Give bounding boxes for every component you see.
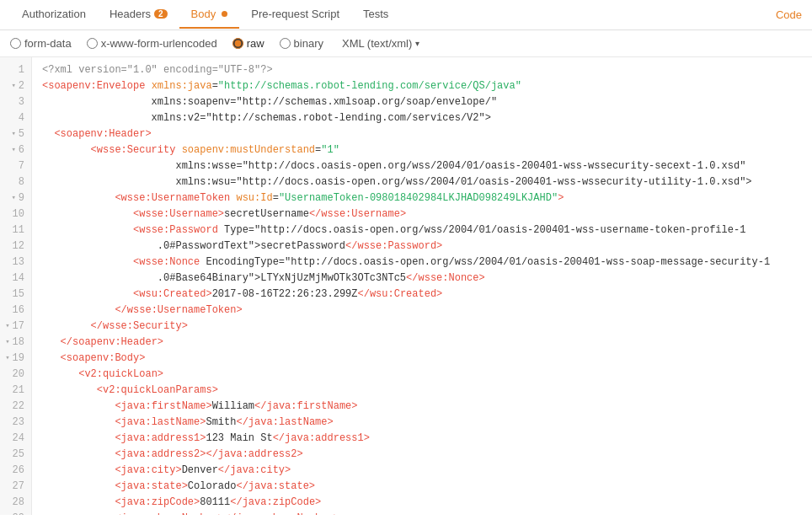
code-line: <java:city>Denver</java:city> bbox=[42, 463, 812, 479]
line-number: 25 bbox=[0, 447, 31, 463]
line-number: 24 bbox=[0, 431, 31, 447]
fold-arrow-icon[interactable]: ▾ bbox=[5, 335, 9, 351]
body-options-bar: form-data x-www-form-urlencoded raw bina… bbox=[0, 30, 812, 57]
top-tabs-bar: Authorization Headers 2 Body Pre-request… bbox=[0, 0, 812, 30]
code-line: </wsse:UsernameToken> bbox=[42, 303, 812, 319]
code-line: </wsse:Security> bbox=[42, 319, 812, 335]
option-binary[interactable]: binary bbox=[280, 37, 323, 50]
line-number: ▾19 bbox=[0, 351, 31, 367]
line-number: 11 bbox=[0, 222, 31, 238]
line-number: ▾2 bbox=[0, 78, 31, 94]
option-raw[interactable]: raw bbox=[232, 37, 264, 50]
code-link[interactable]: Code bbox=[776, 8, 802, 21]
tab-prerequest-label: Pre-request Script bbox=[251, 8, 339, 20]
code-line: xmlns:v2="http://schemas.robot-lending.c… bbox=[42, 110, 812, 126]
code-line: xmlns:wsse="http://docs.oasis-open.org/w… bbox=[42, 158, 812, 174]
code-editor: 1▾234▾5▾678▾910111213141516▾17▾18▾192021… bbox=[0, 57, 812, 515]
code-line: <java:zipCode>80111</java:zipCode> bbox=[42, 495, 812, 511]
tab-headers[interactable]: Headers 2 bbox=[98, 1, 179, 29]
line-number: 29 bbox=[0, 511, 31, 515]
line-number: 14 bbox=[0, 271, 31, 287]
line-number: 8 bbox=[0, 174, 31, 190]
line-number: 4 bbox=[0, 110, 31, 126]
line-numbers-gutter: 1▾234▾5▾678▾910111213141516▾17▾18▾192021… bbox=[0, 57, 32, 515]
code-content[interactable]: <?xml version="1.0" encoding="UTF-8"?><s… bbox=[32, 57, 812, 515]
line-number: 12 bbox=[0, 238, 31, 254]
code-line: <java:state>Colorado</java:state> bbox=[42, 479, 812, 495]
line-number: 10 bbox=[0, 206, 31, 222]
content-type-selector[interactable]: XML (text/xml) ▾ bbox=[342, 37, 419, 50]
code-line: <soapenv:Header> bbox=[42, 126, 812, 142]
tab-body[interactable]: Body bbox=[179, 1, 240, 29]
code-line: <wsse:Username>secretUsername</wsse:User… bbox=[42, 206, 812, 222]
line-number: ▾18 bbox=[0, 335, 31, 351]
code-line: xmlns:soapenv="http://schemas.xmlsoap.or… bbox=[42, 94, 812, 110]
code-line: .0#Base64Binary">LTYxNjUzMjMwOTk3OTc3NTc… bbox=[42, 271, 812, 287]
fold-arrow-icon[interactable]: ▾ bbox=[11, 190, 15, 206]
option-urlencoded[interactable]: x-www-form-urlencoded bbox=[87, 37, 217, 50]
code-line: <wsse:Password Type="http://docs.oasis-o… bbox=[42, 222, 812, 238]
line-number: 1 bbox=[0, 62, 31, 78]
line-number: 7 bbox=[0, 158, 31, 174]
line-number: 22 bbox=[0, 399, 31, 415]
tab-body-label: Body bbox=[191, 8, 216, 20]
fold-arrow-icon[interactable]: ▾ bbox=[11, 126, 15, 142]
code-line: <v2:quickLoanParams> bbox=[42, 383, 812, 399]
fold-arrow-icon[interactable]: ▾ bbox=[11, 142, 15, 158]
line-number: 15 bbox=[0, 287, 31, 303]
tab-tests-label: Tests bbox=[363, 8, 388, 20]
binary-label: binary bbox=[294, 37, 323, 50]
headers-badge: 2 bbox=[154, 9, 168, 19]
code-line: <wsse:Nonce EncodingType="http://docs.oa… bbox=[42, 254, 812, 271]
fold-arrow-icon[interactable]: ▾ bbox=[5, 351, 9, 367]
raw-label: raw bbox=[247, 37, 264, 50]
line-number: 20 bbox=[0, 367, 31, 383]
code-line: <wsse:Security soapenv:mustUnderstand="1… bbox=[42, 142, 812, 158]
tab-prerequest[interactable]: Pre-request Script bbox=[239, 1, 351, 29]
line-number: ▾5 bbox=[0, 126, 31, 142]
line-number: 13 bbox=[0, 254, 31, 271]
line-number: ▾6 bbox=[0, 142, 31, 158]
code-line: <?xml version="1.0" encoding="UTF-8"?> bbox=[42, 62, 812, 78]
fold-arrow-icon[interactable]: ▾ bbox=[5, 319, 9, 335]
code-line: <java:lastName>Smith</java:lastName> bbox=[42, 415, 812, 431]
content-type-label: XML (text/xml) bbox=[342, 37, 412, 50]
line-number: 27 bbox=[0, 479, 31, 495]
form-data-label: form-data bbox=[24, 37, 72, 50]
line-number: 21 bbox=[0, 383, 31, 399]
code-line: <wsu:Created>2017-08-16T22:26:23.299Z</w… bbox=[42, 287, 812, 303]
line-number: 28 bbox=[0, 495, 31, 511]
code-line: <java:address1>123 Main St</java:address… bbox=[42, 431, 812, 447]
code-line: <v2:quickLoan> bbox=[42, 367, 812, 383]
tab-headers-label: Headers bbox=[110, 8, 151, 20]
code-line: <wsse:UsernameToken wsu:Id="UsernameToke… bbox=[42, 190, 812, 206]
body-dot bbox=[222, 11, 227, 17]
code-line: <java:firstName>William</java:firstName> bbox=[42, 399, 812, 415]
code-line: .0#PasswordText">secretPassword</wsse:Pa… bbox=[42, 238, 812, 254]
code-line: <java:address2></java:address2> bbox=[42, 447, 812, 463]
chevron-down-icon: ▾ bbox=[415, 39, 419, 48]
tab-authorization-label: Authorization bbox=[22, 8, 86, 20]
option-form-data[interactable]: form-data bbox=[10, 37, 72, 50]
tab-tests[interactable]: Tests bbox=[351, 1, 400, 29]
line-number: ▾9 bbox=[0, 190, 31, 206]
code-line: </soapenv:Header> bbox=[42, 335, 812, 351]
tab-authorization[interactable]: Authorization bbox=[10, 1, 98, 29]
code-line: <soapenv:Envelope xmlns:java="http://sch… bbox=[42, 78, 812, 94]
code-line: <java:phoneNumber></java:phoneNumber> bbox=[42, 511, 812, 515]
line-number: 3 bbox=[0, 94, 31, 110]
code-line: xmlns:wsu="http://docs.oasis-open.org/ws… bbox=[42, 174, 812, 190]
urlencoded-label: x-www-form-urlencoded bbox=[101, 37, 217, 50]
fold-arrow-icon[interactable]: ▾ bbox=[11, 78, 15, 94]
line-number: 16 bbox=[0, 303, 31, 319]
code-line: <soapenv:Body> bbox=[42, 351, 812, 367]
line-number: 23 bbox=[0, 415, 31, 431]
line-number: ▾17 bbox=[0, 319, 31, 335]
line-number: 26 bbox=[0, 463, 31, 479]
